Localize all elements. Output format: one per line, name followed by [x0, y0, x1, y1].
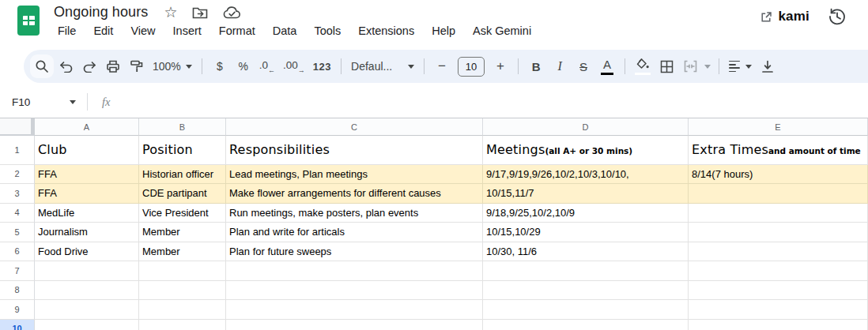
- cell[interactable]: [483, 320, 689, 330]
- name-box[interactable]: F10: [0, 96, 76, 108]
- cell[interactable]: Meetings(all A+ or 30 mins): [483, 136, 689, 165]
- menu-item[interactable]: Insert: [164, 22, 210, 39]
- font-size-input[interactable]: 10: [454, 54, 489, 78]
- decrease-decimal-button[interactable]: .0←: [255, 54, 279, 78]
- cell[interactable]: [689, 261, 868, 281]
- increase-font-size-button[interactable]: +: [489, 54, 512, 78]
- row-header[interactable]: 8: [0, 281, 35, 301]
- cell[interactable]: [139, 281, 226, 301]
- cell[interactable]: Food Drive: [35, 242, 139, 262]
- cell[interactable]: 10/15,11/7: [483, 184, 689, 204]
- menu-item[interactable]: Tools: [305, 22, 349, 39]
- vertical-align-button[interactable]: [756, 54, 779, 78]
- cell[interactable]: [35, 261, 139, 281]
- cell[interactable]: [35, 320, 139, 330]
- menu-item[interactable]: Edit: [85, 22, 122, 39]
- cell[interactable]: [689, 184, 868, 204]
- row-header[interactable]: 1: [0, 136, 35, 165]
- cell[interactable]: [689, 300, 868, 320]
- borders-button[interactable]: [655, 54, 678, 78]
- cell[interactable]: [689, 242, 868, 262]
- horizontal-align-button[interactable]: [725, 54, 756, 78]
- cell[interactable]: Club: [35, 136, 139, 165]
- zoom-select[interactable]: 100%: [149, 54, 196, 78]
- print-button[interactable]: [101, 54, 125, 78]
- menu-item[interactable]: View: [122, 22, 164, 39]
- cell[interactable]: [689, 281, 868, 301]
- column-header-d[interactable]: D: [483, 118, 689, 136]
- cell[interactable]: Plan and write for articals: [226, 223, 483, 242]
- sheets-logo-icon[interactable]: [17, 6, 40, 36]
- cell[interactable]: [483, 281, 689, 301]
- row-header[interactable]: 9: [0, 300, 35, 320]
- row-header[interactable]: 5: [0, 223, 35, 242]
- cell[interactable]: [226, 261, 483, 281]
- row-header[interactable]: 2: [0, 165, 35, 185]
- cell[interactable]: 9/18,9/25,10/2,10/9: [483, 204, 689, 223]
- move-folder-icon[interactable]: [192, 6, 208, 19]
- increase-decimal-button[interactable]: .00→: [279, 54, 309, 78]
- format-currency-button[interactable]: $: [208, 54, 232, 78]
- cell[interactable]: 10/15,10/29: [483, 223, 689, 242]
- cell[interactable]: MedLife: [35, 204, 139, 223]
- strikethrough-button[interactable]: S: [572, 54, 595, 78]
- cell[interactable]: [483, 300, 689, 320]
- cell[interactable]: Historian officer: [139, 165, 226, 185]
- merge-cells-button[interactable]: [678, 54, 702, 78]
- cell[interactable]: [139, 261, 226, 281]
- column-header-c[interactable]: C: [226, 118, 483, 136]
- cell[interactable]: Member: [139, 242, 226, 262]
- cell[interactable]: CDE partipant: [139, 184, 226, 204]
- cell[interactable]: Journalism: [35, 223, 139, 242]
- row-header[interactable]: 10: [0, 320, 35, 330]
- cell[interactable]: Responsibilities: [226, 136, 483, 165]
- row-header[interactable]: 4: [0, 204, 35, 223]
- merge-cells-dropdown[interactable]: [702, 54, 713, 78]
- cell[interactable]: [483, 261, 689, 281]
- formula-input[interactable]: [116, 86, 868, 118]
- cell[interactable]: [226, 300, 483, 320]
- fill-color-button[interactable]: [631, 54, 655, 78]
- cell[interactable]: [35, 281, 139, 301]
- cloud-saved-icon[interactable]: [223, 6, 241, 19]
- cell[interactable]: 10/30, 11/6: [483, 242, 689, 262]
- menu-item[interactable]: Help: [423, 22, 464, 39]
- column-header-b[interactable]: B: [139, 118, 226, 136]
- column-header-e[interactable]: E: [689, 118, 868, 136]
- text-color-button[interactable]: A: [595, 54, 619, 78]
- number-format-button[interactable]: 123: [309, 54, 335, 78]
- cell[interactable]: Member: [139, 223, 226, 242]
- cell[interactable]: 9/17,9/19,9/26,10/2,10/3,10/10,: [483, 165, 689, 185]
- cell[interactable]: [139, 300, 226, 320]
- menu-item[interactable]: Ask Gemini: [464, 22, 540, 39]
- column-header-a[interactable]: A: [35, 118, 139, 136]
- cell[interactable]: [689, 223, 868, 242]
- cell[interactable]: Make flower arrangements for different c…: [226, 184, 483, 204]
- cell[interactable]: 8/14(7 hours): [689, 165, 868, 185]
- star-icon[interactable]: ☆: [164, 5, 177, 20]
- cell[interactable]: Position: [139, 136, 226, 165]
- paint-format-button[interactable]: [125, 54, 149, 78]
- menu-item[interactable]: Extensions: [349, 22, 423, 39]
- redo-button[interactable]: [77, 54, 101, 78]
- cell[interactable]: FFA: [35, 165, 139, 185]
- menu-item[interactable]: File: [49, 22, 85, 39]
- document-title[interactable]: Ongoing hours: [54, 4, 148, 21]
- italic-button[interactable]: I: [548, 54, 572, 78]
- cell[interactable]: Run meetings, make posters, plan events: [226, 204, 483, 223]
- row-header[interactable]: 7: [0, 261, 35, 281]
- font-family-select[interactable]: Defaul...: [347, 54, 418, 78]
- undo-button[interactable]: [54, 54, 77, 78]
- cell[interactable]: [139, 320, 226, 330]
- menu-item[interactable]: Format: [210, 22, 264, 39]
- menu-item[interactable]: Data: [264, 22, 306, 39]
- format-percent-button[interactable]: %: [232, 54, 255, 78]
- decrease-font-size-button[interactable]: −: [430, 54, 454, 78]
- version-history-icon[interactable]: [827, 6, 847, 27]
- cell[interactable]: [35, 300, 139, 320]
- row-header[interactable]: 6: [0, 242, 35, 262]
- cell[interactable]: [226, 320, 483, 330]
- search-menus-button[interactable]: [30, 54, 54, 78]
- cell[interactable]: FFA: [35, 184, 139, 204]
- select-all-corner[interactable]: [0, 118, 35, 136]
